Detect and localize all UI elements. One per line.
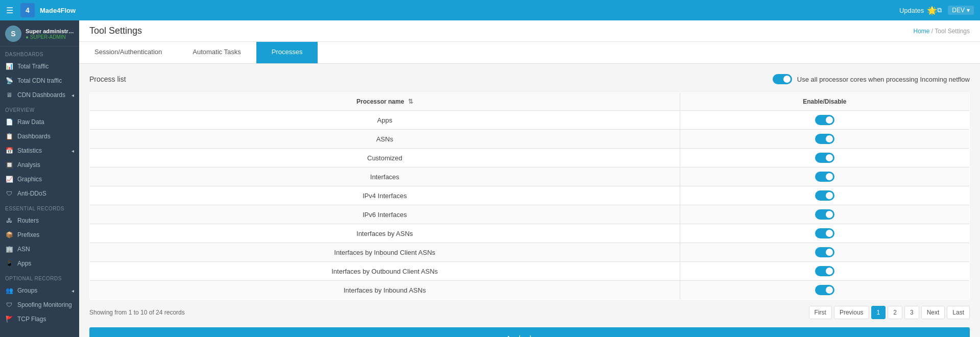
processor-name-cell: IPv4 Interfaces bbox=[90, 186, 680, 205]
row-toggle-7[interactable] bbox=[815, 247, 834, 257]
statistics-chevron-icon: ◂ bbox=[71, 148, 74, 154]
sidebar-label-statistics: Statistics bbox=[17, 147, 42, 154]
apply-changes-button[interactable]: Apply changes bbox=[89, 327, 970, 337]
dashboards-icon: 📋 bbox=[5, 133, 13, 140]
toggle-slider-6 bbox=[815, 228, 834, 238]
pagination: FirstPrevious123NextLast bbox=[809, 306, 970, 319]
dev-selector[interactable]: DEV ▾ bbox=[948, 6, 974, 15]
breadcrumb: Home / Tool Settings bbox=[913, 28, 970, 35]
groups-icon: 👥 bbox=[5, 287, 13, 294]
toggle-slider-5 bbox=[815, 209, 834, 220]
row-toggle-5[interactable] bbox=[815, 209, 834, 220]
sidebar-item-cdn-traffic[interactable]: 📡 Total CDN traffic bbox=[0, 74, 79, 88]
enable-disable-cell bbox=[680, 186, 969, 205]
sidebar-item-routers[interactable]: 🖧 Routers bbox=[0, 213, 79, 228]
row-toggle-1[interactable] bbox=[815, 134, 834, 144]
sidebar-item-cdn-dashboards[interactable]: 🖥 CDN Dashboards ◂ bbox=[0, 88, 79, 102]
sidebar-item-apps[interactable]: 📱 Apps bbox=[0, 256, 79, 271]
toggle-slider-3 bbox=[815, 172, 834, 182]
sidebar-label-spoofing: Spoofing Monitoring bbox=[17, 301, 72, 308]
enable-disable-cell bbox=[680, 149, 969, 167]
tabs-bar: Session/Authentication Automatic Tasks P… bbox=[79, 42, 980, 64]
updates-badge: 🌟 bbox=[927, 6, 937, 15]
monitor-icon: 🖥 bbox=[5, 91, 13, 99]
toggle-all-cores[interactable] bbox=[773, 74, 792, 84]
table-row: Interfaces by Inbound ASNs bbox=[90, 281, 970, 300]
sidebar-item-total-traffic[interactable]: 📊 Total Traffic bbox=[0, 59, 79, 74]
chevron-icon: ◂ bbox=[71, 92, 74, 98]
statistics-icon: 📅 bbox=[5, 147, 13, 154]
sidebar-item-raw-data[interactable]: 📄 Raw Data bbox=[0, 115, 79, 129]
sidebar-item-analysis[interactable]: 🔲 Analysis bbox=[0, 158, 79, 172]
overview-section-label: Overview bbox=[0, 102, 79, 115]
table-row: Customized bbox=[90, 149, 970, 167]
sidebar-item-statistics[interactable]: 📅 Statistics ◂ bbox=[0, 143, 79, 158]
page-btn-1[interactable]: 1 bbox=[871, 306, 886, 319]
sidebar-item-asn[interactable]: 🏢 ASN bbox=[0, 242, 79, 256]
processor-name-cell: Customized bbox=[90, 149, 680, 167]
topbar: ☰ 4 Made4Flow Updates 🌟 ⧉ DEV ▾ bbox=[0, 0, 980, 20]
sidebar-label-raw-data: Raw Data bbox=[17, 118, 44, 126]
tab-automatic-tasks[interactable]: Automatic Tasks bbox=[177, 42, 256, 63]
tab-processes[interactable]: Processes bbox=[256, 42, 318, 63]
page-btn-next[interactable]: Next bbox=[921, 306, 945, 319]
chart-icon: 📊 bbox=[5, 63, 13, 70]
page-btn-last[interactable]: Last bbox=[947, 306, 970, 319]
prefixes-icon: 📦 bbox=[5, 231, 13, 238]
toggle-slider-2 bbox=[815, 153, 834, 163]
row-toggle-3[interactable] bbox=[815, 172, 834, 182]
sidebar: S Super administrador ● SUPER-ADMIN Dash… bbox=[0, 20, 79, 337]
updates-section[interactable]: Updates 🌟 bbox=[899, 6, 937, 15]
window-icon[interactable]: ⧉ bbox=[937, 6, 942, 14]
enable-disable-cell bbox=[680, 167, 969, 186]
page-btn-first[interactable]: First bbox=[809, 306, 832, 319]
tab-session-auth[interactable]: Session/Authentication bbox=[79, 42, 177, 63]
page-btn-previous[interactable]: Previous bbox=[834, 306, 869, 319]
optional-section-label: Optional Records bbox=[0, 271, 79, 283]
sidebar-label-asn: ASN bbox=[17, 246, 30, 253]
processor-name-cell: IPv6 Interfaces bbox=[90, 205, 680, 224]
processor-name-cell: Interfaces bbox=[90, 167, 680, 186]
row-toggle-8[interactable] bbox=[815, 266, 834, 276]
spoofing-icon: 🛡 bbox=[5, 301, 13, 308]
shield-icon: 🛡 bbox=[5, 190, 13, 197]
toggle-slider-7 bbox=[815, 247, 834, 257]
table-row: Apps bbox=[90, 111, 970, 130]
toggle-slider-9 bbox=[815, 285, 834, 295]
process-header: Process list Use all processor cores whe… bbox=[89, 74, 970, 84]
enable-disable-cell bbox=[680, 224, 969, 243]
sidebar-label-prefixes: Prefixes bbox=[17, 231, 39, 238]
topbar-icons: ⧉ bbox=[937, 6, 942, 14]
sidebar-item-antiddos[interactable]: 🛡 Anti-DDoS bbox=[0, 186, 79, 201]
toggle-all-label: Use all processor cores when processing … bbox=[797, 76, 970, 83]
enable-disable-cell bbox=[680, 130, 969, 149]
routers-icon: 🖧 bbox=[5, 217, 13, 224]
row-toggle-2[interactable] bbox=[815, 153, 834, 163]
processor-name-cell: Interfaces by Inbound Client ASNs bbox=[90, 243, 680, 262]
sidebar-item-tcp-flags[interactable]: 🚩 TCP Flags bbox=[0, 312, 79, 326]
processor-name-cell: Apps bbox=[90, 111, 680, 130]
dev-label: DEV bbox=[952, 7, 965, 14]
tcp-flags-icon: 🚩 bbox=[5, 316, 13, 323]
sidebar-item-groups[interactable]: 👥 Groups ◂ bbox=[0, 283, 79, 298]
row-toggle-0[interactable] bbox=[815, 115, 834, 125]
sort-icon[interactable]: ⇅ bbox=[408, 98, 413, 105]
menu-icon[interactable]: ☰ bbox=[6, 6, 13, 15]
row-toggle-6[interactable] bbox=[815, 228, 834, 238]
processor-name-cell: Interfaces by Outbound Client ASNs bbox=[90, 262, 680, 281]
table-row: IPv6 Interfaces bbox=[90, 205, 970, 224]
page-title: Tool Settings bbox=[89, 26, 142, 36]
page-btn-3[interactable]: 3 bbox=[904, 306, 919, 319]
table-row: Interfaces bbox=[90, 167, 970, 186]
process-table-body: Apps ASNs Customized bbox=[90, 111, 970, 300]
sidebar-item-graphics[interactable]: 📈 Graphics bbox=[0, 172, 79, 186]
sidebar-item-spoofing[interactable]: 🛡 Spoofing Monitoring bbox=[0, 298, 79, 312]
sidebar-item-prefixes[interactable]: 📦 Prefixes bbox=[0, 228, 79, 242]
breadcrumb-home[interactable]: Home bbox=[913, 28, 929, 35]
row-toggle-4[interactable] bbox=[815, 190, 834, 201]
raw-data-icon: 📄 bbox=[5, 118, 13, 126]
sidebar-item-dashboards[interactable]: 📋 Dashboards bbox=[0, 129, 79, 143]
row-toggle-9[interactable] bbox=[815, 285, 834, 295]
table-row: Interfaces by ASNs bbox=[90, 224, 970, 243]
page-btn-2[interactable]: 2 bbox=[888, 306, 902, 319]
